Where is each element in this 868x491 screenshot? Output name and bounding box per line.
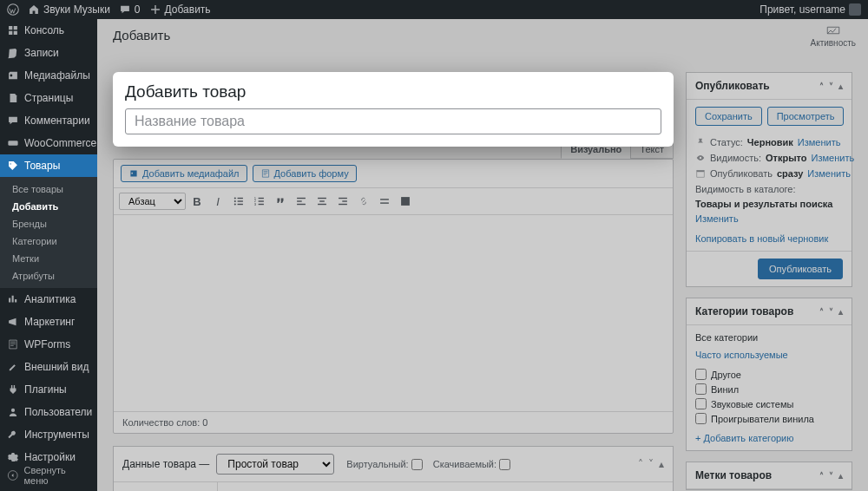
more-icon[interactable]	[375, 192, 394, 211]
add-media-button[interactable]: Добавить медиафайл	[121, 165, 247, 182]
aligncenter-icon[interactable]	[312, 192, 332, 211]
edit-visibility-link[interactable]: Изменить	[812, 153, 855, 163]
sidebar-item-media[interactable]: Медиафайлы	[0, 64, 97, 87]
link-icon[interactable]	[354, 192, 373, 211]
toggle-icon[interactable]: ▴	[838, 471, 843, 481]
copy-draft-link[interactable]: Копировать в новый черновик	[695, 233, 828, 244]
avatar-icon	[849, 3, 861, 16]
sidebar-item-users[interactable]: Пользователи	[0, 401, 97, 423]
pdata-tab-general[interactable]: Основные	[114, 482, 217, 491]
collapse-menu[interactable]: Свернуть меню	[0, 460, 97, 491]
chevron-up-icon[interactable]: ˄	[819, 307, 824, 317]
page-heading: Добавить	[113, 28, 852, 43]
submenu-tags[interactable]: Метки	[0, 250, 97, 267]
submenu-attributes[interactable]: Атрибуты	[0, 267, 97, 285]
sidebar-item-pages[interactable]: Страницы	[0, 87, 97, 109]
preview-button[interactable]: Просмотреть	[767, 107, 845, 126]
admin-bar: Звуки Музыки 0 Добавить Привет, username	[0, 0, 868, 19]
svg-rect-16	[297, 198, 306, 199]
submenu-categories[interactable]: Категории	[0, 232, 97, 250]
sidebar-item-marketing[interactable]: Маркетинг	[0, 311, 97, 333]
tags-box: Метки товаров˄˅▴	[686, 462, 852, 490]
cat-item[interactable]: Винил	[695, 382, 843, 396]
activity-widget[interactable]: Активность	[810, 24, 856, 48]
sidebar-item-analytics[interactable]: Аналитика	[0, 288, 97, 311]
product-data-heading: Данные товара —	[122, 458, 209, 470]
svg-text:3: 3	[254, 202, 257, 206]
sidebar-item-appearance[interactable]: Внешний вид	[0, 356, 97, 378]
svg-rect-17	[297, 200, 302, 201]
sidebar-item-woocommerce[interactable]: WooCommerce	[0, 132, 97, 154]
svg-rect-21	[318, 204, 326, 205]
submenu-all-products[interactable]: Все товары	[0, 180, 97, 198]
chevron-up-icon[interactable]: ˄	[819, 82, 824, 91]
chevron-down-icon[interactable]: ˅	[829, 307, 833, 317]
format-select[interactable]: Абзац	[119, 193, 186, 210]
svg-rect-26	[380, 202, 389, 203]
downloadable-checkbox[interactable]: Скачиваемый:	[433, 459, 510, 470]
sidebar-item-tools[interactable]: Инструменты	[0, 423, 97, 446]
sidebar-item-wpforms[interactable]: WPForms	[0, 333, 97, 356]
svg-rect-25	[380, 199, 389, 200]
howdy[interactable]: Привет, username	[760, 3, 861, 16]
cat-item[interactable]: Другое	[695, 367, 843, 382]
cat-tab-all[interactable]: Все категории	[695, 332, 758, 343]
wp-logo[interactable]	[7, 3, 19, 16]
new-content[interactable]: Добавить	[149, 3, 211, 16]
sidebar-item-products[interactable]: Товары	[0, 154, 97, 177]
cat-tab-used[interactable]: Часто используемые	[695, 350, 788, 360]
italic-icon[interactable]: I	[208, 192, 227, 211]
svg-rect-29	[697, 170, 704, 172]
bold-icon[interactable]: B	[187, 192, 207, 211]
product-title-input[interactable]	[125, 108, 661, 134]
add-category-link[interactable]: + Добавить категорию	[695, 433, 843, 443]
toggle-icon[interactable]: ▴	[838, 82, 843, 91]
admin-sidebar: Консоль Записи Медиафайлы Страницы Комме…	[0, 19, 97, 491]
edit-date-link[interactable]: Изменить	[807, 168, 851, 179]
sidebar-item-dashboard[interactable]: Консоль	[0, 19, 97, 42]
edit-catalog-link[interactable]: Изменить	[695, 213, 739, 224]
submenu-add-product[interactable]: Добавить	[0, 198, 97, 215]
product-data-box: Данные товара — Простой товар Виртуальны…	[113, 446, 674, 491]
title-highlight: Добавить товар	[113, 72, 674, 147]
alignright-icon[interactable]	[333, 192, 352, 211]
svg-rect-27	[401, 197, 410, 206]
edit-status-link[interactable]: Изменить	[798, 137, 841, 147]
svg-rect-7	[238, 200, 243, 201]
toggle-icon[interactable]: ▴	[659, 458, 664, 470]
add-form-button[interactable]: Добавить форму	[253, 165, 357, 182]
sidebar-item-posts[interactable]: Записи	[0, 42, 97, 64]
chevron-up-icon[interactable]: ˄	[819, 471, 824, 481]
toggle-icon[interactable]: ▴	[838, 307, 843, 317]
chevron-down-icon[interactable]: ˅	[829, 471, 833, 481]
bullist-icon[interactable]	[229, 192, 248, 211]
cat-item[interactable]: Звуковые системы	[695, 396, 843, 411]
chevron-down-icon[interactable]: ˅	[829, 82, 833, 91]
quote-icon[interactable]	[271, 192, 290, 211]
chevron-down-icon[interactable]: ˅	[648, 458, 654, 470]
sidebar-item-plugins[interactable]: Плагины	[0, 378, 97, 401]
comments-count: 0	[135, 3, 141, 16]
alignleft-icon[interactable]	[292, 192, 311, 211]
chevron-up-icon[interactable]: ˄	[638, 458, 643, 470]
submenu-brands[interactable]: Бренды	[0, 215, 97, 232]
publish-box: Опубликовать˄˅▴ Сохранить Просмотреть Ст…	[686, 72, 852, 287]
comments-link[interactable]: 0	[119, 3, 141, 16]
sidebar-item-comments[interactable]: Комментарии	[0, 109, 97, 132]
virtual-checkbox[interactable]: Виртуальный:	[346, 459, 422, 470]
svg-point-6	[234, 200, 236, 202]
numlist-icon[interactable]: 123	[250, 192, 269, 211]
svg-rect-13	[259, 200, 264, 201]
svg-rect-19	[318, 198, 326, 199]
cat-item[interactable]: Проигрыватели винила	[695, 411, 843, 426]
editor-body[interactable]	[114, 215, 673, 411]
svg-rect-18	[297, 204, 306, 205]
product-type-select[interactable]: Простой товар	[216, 454, 334, 475]
site-link[interactable]: Звуки Музыки	[28, 3, 110, 16]
save-draft-button[interactable]: Сохранить	[695, 107, 762, 126]
pin-icon	[695, 137, 706, 147]
publish-button[interactable]: Опубликовать	[758, 259, 843, 279]
svg-rect-20	[319, 200, 325, 201]
toolbar-toggle-icon[interactable]	[396, 192, 415, 211]
calendar-icon	[695, 168, 706, 179]
